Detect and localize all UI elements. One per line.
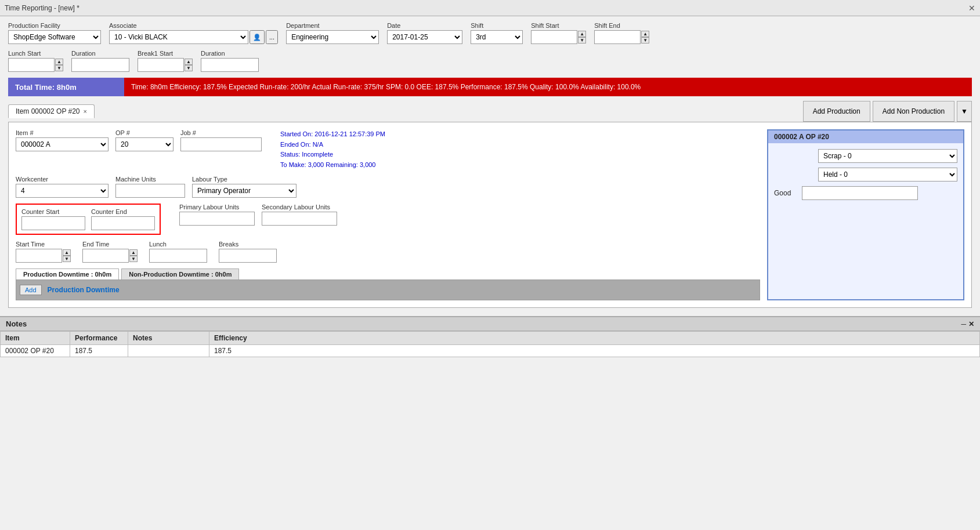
shift-end-input[interactable]: 03:00 PM (594, 30, 641, 44)
right-panel-title: 000002 A OP #20 (768, 130, 963, 143)
lunch-hours-input[interactable]: ___0.00 hrs (149, 249, 207, 263)
machine-units-input[interactable]: ____________1.00 (115, 184, 185, 198)
notes-minimize-icon[interactable]: ─ (961, 320, 966, 328)
shift-start-input[interactable]: 07:00 AM (531, 30, 577, 44)
break1-duration-input[interactable]: _10 minutes (201, 58, 259, 72)
shift-start-down[interactable]: ▼ (578, 37, 586, 43)
tab-close-button[interactable]: × (84, 108, 87, 115)
info-text-block: Started On: 2016-12-21 12:57:39 PM Ended… (280, 129, 385, 170)
start-time-up[interactable]: ▲ (63, 249, 71, 256)
associate-search-button[interactable]: 👤 (249, 30, 265, 44)
department-select[interactable]: Engineering (286, 30, 379, 44)
end-time-spinner[interactable]: ▲ ▼ (129, 249, 138, 262)
start-time-down[interactable]: ▼ (63, 256, 71, 262)
secondary-labour-input[interactable]: ____________0.00 (262, 212, 337, 226)
notes-col-performance: Performance (70, 332, 128, 345)
production-facility-field: Production Facility ShopEdge Software (8, 22, 101, 44)
tab-header: Item 000002 OP #20 × Add Production Add … (8, 101, 972, 122)
table-row: 000002 OP #20187.5187.5 (1, 345, 980, 357)
associate-select[interactable]: 10 - Vicki BLACK (109, 30, 248, 44)
break1-start-spinner[interactable]: ▲ ▼ (185, 59, 193, 71)
start-time-input[interactable]: 07:00 AM (16, 249, 62, 263)
good-input[interactable]: _____3,000 (802, 186, 918, 200)
lunch-start-up[interactable]: ▲ (55, 59, 63, 65)
tab-scroll-button[interactable]: ▼ (957, 101, 972, 122)
break1-duration-label: Duration (201, 50, 259, 57)
secondary-labour-label: Secondary Labour Units (262, 204, 337, 210)
production-downtime-tab[interactable]: Production Downtime : 0h0m (16, 268, 119, 279)
notes-table: Item Performance Notes Efficiency 000002… (0, 331, 980, 357)
workcenter-select[interactable]: 4 (16, 184, 109, 198)
add-non-production-button[interactable]: Add Non Production (873, 101, 954, 122)
counter-start-input[interactable]: __________0 (21, 216, 85, 230)
item-op-row: Item # 000002 A OP # 20 Job (16, 129, 760, 170)
production-facility-select[interactable]: ShopEdge Software (8, 30, 101, 44)
workcenter-row: Workcenter 4 Machine Units ____________1… (16, 176, 760, 198)
labour-type-field: Labour Type Primary Operator (192, 176, 296, 198)
counter-start-field: Counter Start __________0 (21, 208, 85, 230)
lunch-duration-input[interactable]: _30 minutes (71, 58, 129, 72)
info-line2: Ended On: N/A (280, 140, 385, 150)
good-row: Good _____3,000 (774, 186, 957, 200)
job-num-input[interactable]: _________29061 (180, 137, 262, 151)
workcenter-field: Workcenter 4 (16, 176, 109, 198)
break1-duration-field: Duration _10 minutes (201, 50, 259, 72)
item-num-label: Item # (16, 129, 109, 136)
downtime-add-button[interactable]: Add (20, 285, 42, 295)
item-num-field: Item # 000002 A (16, 129, 109, 151)
machine-units-field: Machine Units ____________1.00 (115, 176, 185, 198)
associate-label: Associate (109, 22, 278, 29)
total-time-bar: Total Time: 8h0m Time: 8h0m Efficiency: … (8, 78, 972, 96)
counter-end-input[interactable]: _______3000 (91, 216, 155, 230)
counter-start-label: Counter Start (21, 208, 85, 215)
break1-down[interactable]: ▼ (185, 65, 193, 71)
tab-label: Item 000002 OP #20 (16, 107, 80, 115)
shift-end-spinner[interactable]: ▲ ▼ (641, 31, 649, 43)
shift-start-spinner[interactable]: ▲ ▼ (578, 31, 586, 43)
lunch-start-label: Lunch Start (8, 50, 63, 57)
tab-item-000002[interactable]: Item 000002 OP #20 × (8, 104, 95, 118)
lunch-start-input[interactable]: 01:30 PM (8, 58, 55, 72)
end-time-label: End Time (82, 241, 138, 248)
job-num-label: Job # (180, 129, 262, 136)
op-num-field: OP # 20 (115, 129, 173, 151)
breaks-input[interactable]: ___0.00 hrs (219, 249, 277, 263)
end-time-up[interactable]: ▲ (129, 249, 138, 256)
notes-close-icon[interactable]: ✕ (968, 320, 974, 328)
start-time-spinner[interactable]: ▲ ▼ (63, 249, 71, 262)
scrap-select[interactable]: Scrap - 0 (818, 149, 957, 163)
associate-browse-button[interactable]: ... (266, 30, 278, 44)
held-select[interactable]: Held - 0 (818, 168, 957, 181)
lunch-start-down[interactable]: ▼ (55, 65, 63, 71)
break1-start-input[interactable]: 03:00 AM (138, 58, 184, 72)
production-facility-label: Production Facility (8, 22, 101, 29)
shift-end-down[interactable]: ▼ (641, 37, 649, 43)
department-label: Department (286, 22, 379, 29)
notes-col-efficiency: Efficiency (209, 332, 980, 345)
break1-up[interactable]: ▲ (185, 59, 193, 65)
non-production-downtime-tab[interactable]: Non-Production Downtime : 0h0m (121, 268, 239, 279)
good-label: Good (774, 189, 797, 197)
date-select[interactable]: 2017-01-25 (387, 30, 462, 44)
end-time-down[interactable]: ▼ (129, 256, 138, 262)
lunch-start-spinner[interactable]: ▲ ▼ (55, 59, 63, 71)
shift-start-up[interactable]: ▲ (578, 31, 586, 37)
window-close-button[interactable]: ✕ (968, 3, 975, 13)
labour-type-select[interactable]: Primary Operator (192, 184, 296, 198)
workcenter-label: Workcenter (16, 176, 109, 183)
notes-title: Notes (6, 320, 27, 328)
tab-content: Item # 000002 A OP # 20 Job (8, 122, 972, 308)
notes-col-item: Item (1, 332, 70, 345)
lunch-duration-field: Duration _30 minutes (71, 50, 129, 72)
end-time-input[interactable]: 03:00 PM (82, 249, 129, 263)
shift-end-up[interactable]: ▲ (641, 31, 649, 37)
shift-select[interactable]: 3rd (471, 30, 523, 44)
notes-col-notes: Notes (128, 332, 209, 345)
primary-labour-input[interactable]: ____________1.00 (179, 212, 255, 226)
op-num-select[interactable]: 20 (115, 137, 173, 151)
lunch-hours-label: Lunch (149, 241, 207, 248)
shift-start-field: Shift Start 07:00 AM ▲ ▼ (531, 22, 586, 44)
lunch-hours-field: Lunch ___0.00 hrs (149, 241, 207, 263)
add-production-button[interactable]: Add Production (803, 101, 870, 122)
item-num-select[interactable]: 000002 A (16, 137, 109, 151)
